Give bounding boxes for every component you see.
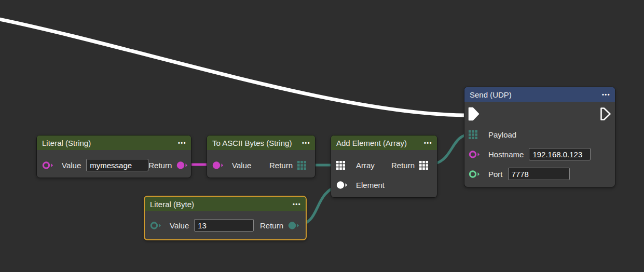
payload-port-grid-icon[interactable] <box>469 130 482 139</box>
port-label-array: Array <box>356 161 375 170</box>
array-port-grid-icon[interactable] <box>336 161 350 170</box>
port-input[interactable] <box>508 168 570 180</box>
return-port-circle-filled-icon[interactable] <box>288 221 302 230</box>
node-title: Literal (String) <box>42 139 91 147</box>
port-row: Array Return <box>331 155 437 175</box>
port-label-value: Value <box>232 161 251 170</box>
value-port-circle-outline-icon[interactable] <box>150 221 163 230</box>
port-label-return: Return <box>391 161 415 170</box>
port-label-return: Return <box>148 161 172 170</box>
node-literal-string[interactable]: Literal (String) ••• Value Return <box>36 135 191 178</box>
node-header[interactable]: Literal (Byte) ••• <box>145 197 306 211</box>
menu-dots-icon[interactable]: ••• <box>293 197 301 211</box>
menu-dots-icon[interactable]: ••• <box>178 135 186 150</box>
port-row: Value Return <box>37 155 191 175</box>
return-port-circle-filled-icon[interactable] <box>176 161 190 170</box>
node-title: Add Element (Array) <box>336 139 407 147</box>
wire-flow-to-send-udp[interactable] <box>0 19 464 115</box>
port-port-circle-outline-icon[interactable] <box>469 170 482 179</box>
flow-output-icon[interactable] <box>600 107 611 123</box>
node-add-element[interactable]: Add Element (Array) ••• Array Return <box>331 135 437 198</box>
port-label-hostname: Hostname <box>488 150 524 159</box>
element-port-circle-filled-icon[interactable] <box>336 181 350 189</box>
hostname-port-circle-outline-icon[interactable] <box>469 150 482 159</box>
port-row: Payload <box>464 125 615 144</box>
flow-row <box>464 105 615 125</box>
port-row: Value Return <box>145 215 306 235</box>
node-to-ascii-bytes[interactable]: To ASCII Bytes (String) ••• Value Return <box>207 135 316 178</box>
port-label-payload: Payload <box>488 130 516 139</box>
flow-input-icon[interactable] <box>468 107 479 123</box>
port-label-element: Element <box>356 181 385 189</box>
value-input[interactable] <box>86 159 148 171</box>
node-header[interactable]: To ASCII Bytes (String) ••• <box>207 135 315 150</box>
port-row: Value Return <box>207 155 315 175</box>
node-header[interactable]: Send (UDP) ••• <box>464 87 615 102</box>
port-row: Hostname <box>464 144 615 164</box>
node-title: Send (UDP) <box>470 90 512 99</box>
value-port-circle-filled-icon[interactable] <box>212 161 226 170</box>
node-header[interactable]: Add Element (Array) ••• <box>331 135 437 150</box>
value-port-circle-outline-icon[interactable] <box>42 161 56 170</box>
return-port-array-grid-icon[interactable] <box>297 161 311 170</box>
node-graph-canvas[interactable]: Literal (String) ••• Value Return T <box>0 0 644 272</box>
port-label-return: Return <box>269 161 293 170</box>
port-row: Port <box>464 164 615 184</box>
port-label-return: Return <box>260 221 283 230</box>
value-input[interactable] <box>194 219 254 232</box>
menu-dots-icon[interactable]: ••• <box>302 135 310 150</box>
node-header[interactable]: Literal (String) ••• <box>37 135 191 150</box>
hostname-input[interactable] <box>529 148 591 160</box>
menu-dots-icon[interactable]: ••• <box>602 87 610 102</box>
node-title: Literal (Byte) <box>150 200 194 209</box>
node-title: To ASCII Bytes (String) <box>212 139 292 147</box>
node-literal-byte[interactable]: Literal (Byte) ••• Value Return <box>144 196 307 240</box>
menu-dots-icon[interactable]: ••• <box>424 135 432 150</box>
port-label-port: Port <box>488 170 503 179</box>
port-label-value: Value <box>62 161 81 170</box>
return-port-grid-icon[interactable] <box>419 161 433 170</box>
node-send-udp[interactable]: Send (UDP) ••• Payload <box>464 87 615 187</box>
port-row: Element <box>331 175 437 195</box>
port-label-value: Value <box>170 221 189 230</box>
